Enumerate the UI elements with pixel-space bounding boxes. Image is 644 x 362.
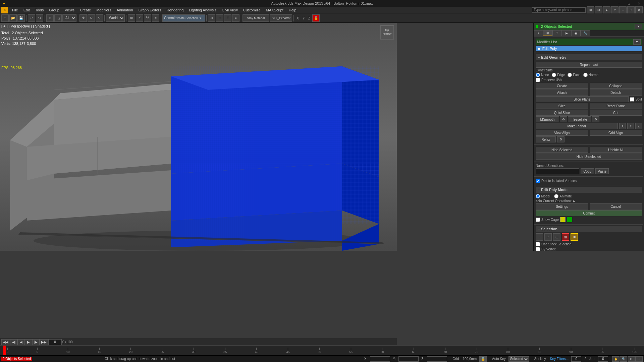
minimize-icon[interactable]: – bbox=[619, 6, 627, 14]
menu-rendering[interactable]: Rendering bbox=[164, 7, 186, 13]
percent-snap-button[interactable]: % bbox=[144, 14, 151, 22]
animate-radio[interactable]: Animate bbox=[554, 194, 572, 198]
menu-customize[interactable]: Customize bbox=[240, 7, 263, 13]
search-input[interactable] bbox=[532, 7, 586, 13]
menu-views[interactable]: Views bbox=[62, 7, 77, 13]
nav-maximize[interactable]: ⊞ bbox=[635, 356, 643, 362]
layer-button[interactable]: ≡ bbox=[232, 14, 239, 22]
quickslice-btn[interactable]: QuickSlice bbox=[536, 110, 588, 116]
view-align-btn[interactable]: View Align bbox=[536, 130, 588, 136]
undo-button[interactable]: ↩ bbox=[28, 14, 35, 22]
selected-dropdown[interactable]: Selected bbox=[508, 356, 529, 362]
menu-file[interactable]: File bbox=[9, 7, 21, 13]
grid-align-btn[interactable]: Grid Align bbox=[590, 130, 642, 136]
redo-button[interactable]: ↪ bbox=[36, 14, 43, 22]
radio-none[interactable]: None bbox=[536, 73, 549, 77]
mirror-button[interactable]: ⇔ bbox=[208, 14, 215, 22]
next-frame-btn[interactable]: ▶▶ bbox=[40, 339, 48, 345]
cancel-btn[interactable]: Cancel bbox=[590, 203, 642, 209]
play-fwd-btn[interactable]: ▶ bbox=[25, 339, 32, 345]
unhide-all-btn[interactable]: Unhide All bbox=[590, 147, 642, 153]
radio-normal[interactable]: Normal bbox=[583, 73, 599, 77]
preserve-uvs-check[interactable] bbox=[536, 78, 540, 82]
minimize-button[interactable]: – bbox=[614, 0, 624, 7]
angle-snap-button[interactable]: ∠ bbox=[136, 14, 143, 22]
menu-civil-view[interactable]: Civil View bbox=[219, 7, 240, 13]
slice-btn[interactable]: Slice bbox=[536, 103, 588, 109]
vray-material-button[interactable]: Vray Material bbox=[243, 14, 269, 22]
edit-poly-item[interactable]: ■ Edit Poly bbox=[536, 46, 642, 51]
maximize-icon[interactable]: □ bbox=[627, 6, 635, 14]
radio-face[interactable]: Face bbox=[568, 73, 580, 77]
align-button[interactable]: ⊣ bbox=[216, 14, 223, 22]
tessellate-btn[interactable]: Tessellate bbox=[568, 116, 591, 122]
lock-button[interactable]: 🔒 bbox=[312, 14, 320, 22]
planar-y-btn[interactable]: Y bbox=[627, 123, 634, 129]
menu-animation[interactable]: Animation bbox=[114, 7, 136, 13]
save-button[interactable]: 💾 bbox=[17, 14, 25, 22]
select-filter-dropdown[interactable]: All bbox=[62, 14, 76, 22]
nav-pan[interactable]: ✋ bbox=[612, 356, 620, 362]
motion-tab[interactable]: ▶ bbox=[562, 30, 571, 36]
repeat-last-btn[interactable]: Repeat Last bbox=[536, 62, 642, 68]
planar-z-btn[interactable]: Z bbox=[635, 123, 642, 129]
close-button[interactable]: ✕ bbox=[634, 0, 644, 7]
next-key-btn[interactable]: |▶ bbox=[32, 339, 40, 345]
cut-btn[interactable]: Cut bbox=[590, 110, 642, 116]
new-button[interactable]: □ bbox=[1, 14, 9, 22]
viewport-gizmo[interactable]: top PERSP bbox=[379, 24, 395, 42]
scene-viewport[interactable] bbox=[0, 23, 397, 251]
cage-color-swatch1[interactable] bbox=[560, 217, 566, 222]
element-icon[interactable]: ◼ bbox=[571, 233, 578, 241]
menu-modifiers[interactable]: Modifiers bbox=[94, 7, 114, 13]
create-selection-button[interactable]: Commit Create Selection S... bbox=[162, 14, 205, 22]
frame-input[interactable] bbox=[48, 339, 62, 345]
panel-expand-btn[interactable]: ▼ bbox=[635, 24, 642, 29]
bff-exporter-button[interactable]: BFF_Exporter bbox=[270, 14, 292, 22]
slice-plane-btn[interactable]: Slice Plane bbox=[536, 96, 629, 102]
border-icon[interactable]: ⬚ bbox=[553, 233, 560, 241]
tessellate-settings[interactable]: ⚙ bbox=[592, 116, 599, 122]
attach-btn[interactable]: Attach bbox=[536, 89, 588, 96]
edge-icon[interactable]: / bbox=[544, 233, 552, 241]
menu-maxscript[interactable]: MAXScript bbox=[263, 7, 286, 13]
display-tab[interactable]: ◉ bbox=[571, 30, 581, 36]
hierarchy-tab[interactable]: ⊤ bbox=[552, 30, 562, 36]
modify-tab[interactable]: ⊞ bbox=[543, 30, 552, 36]
named-sel-input[interactable] bbox=[536, 168, 579, 174]
menu-lighting-analysis[interactable]: Lighting Analysis bbox=[186, 7, 219, 13]
frame-number-input[interactable] bbox=[571, 356, 581, 362]
scale-button[interactable]: ⤡ bbox=[96, 14, 103, 22]
create-btn[interactable]: Create bbox=[536, 83, 588, 89]
planar-x-btn[interactable]: X bbox=[619, 123, 626, 129]
msmooth-btn[interactable]: MSmooth bbox=[536, 116, 559, 122]
cage-color-swatch2[interactable] bbox=[567, 217, 572, 222]
hierarchy-button[interactable]: ⊤ bbox=[224, 14, 231, 22]
select-region-button[interactable]: ⬚ bbox=[54, 14, 62, 22]
snap-button[interactable]: ⊞ bbox=[128, 14, 135, 22]
y-coord-input[interactable] bbox=[398, 356, 419, 362]
maximize-button[interactable]: □ bbox=[624, 0, 634, 7]
nav-zoom[interactable]: 🔍 bbox=[620, 356, 627, 362]
prev-key-btn[interactable]: ◀| bbox=[10, 339, 17, 345]
toolbar-icon-4[interactable]: ? bbox=[611, 6, 619, 14]
menu-create[interactable]: Create bbox=[77, 7, 94, 13]
model-radio[interactable]: Model bbox=[536, 194, 550, 198]
settings-btn[interactable]: Settings bbox=[536, 203, 588, 209]
collapse-btn[interactable]: Collapse bbox=[590, 83, 642, 89]
utilities-tab[interactable]: 🔧 bbox=[581, 30, 590, 36]
split-check[interactable] bbox=[630, 97, 634, 102]
menu-graph-editors[interactable]: Graph Editors bbox=[136, 7, 164, 13]
relax-settings[interactable]: ⚙ bbox=[557, 136, 565, 142]
viewport[interactable]: [ + ] [ Perspective ] [ Shaded ] Total 2… bbox=[0, 23, 397, 251]
open-button[interactable]: 📂 bbox=[9, 14, 17, 22]
show-cage-check[interactable] bbox=[536, 218, 540, 222]
menu-tools[interactable]: Tools bbox=[33, 7, 47, 13]
create-tab[interactable]: ✦ bbox=[534, 30, 543, 36]
msmooth-settings[interactable]: ⚙ bbox=[560, 116, 567, 122]
modifier-list-dropdown[interactable]: ▼ bbox=[633, 39, 641, 45]
detach-btn[interactable]: Detach bbox=[590, 89, 642, 96]
hide-selected-btn[interactable]: Hide Selected bbox=[536, 147, 588, 153]
toolbar-icon-3[interactable]: ★ bbox=[603, 6, 610, 14]
hide-unselected-btn[interactable]: Hide Unselected bbox=[536, 154, 642, 160]
